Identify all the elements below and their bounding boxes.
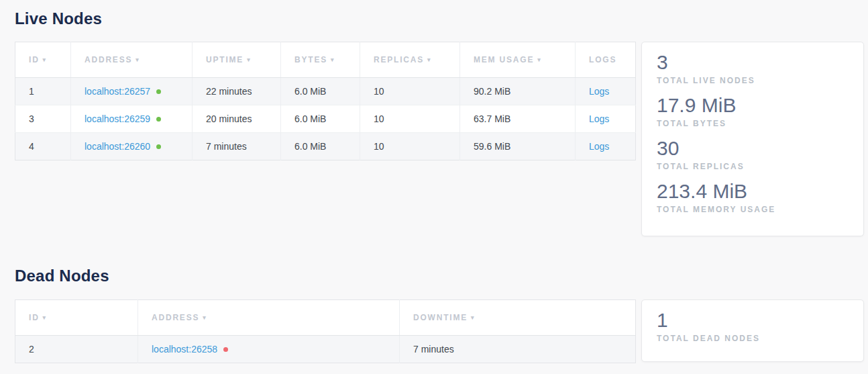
total-live-nodes-value: 3 — [657, 50, 849, 75]
node-address-cell: localhost:26257 — [71, 78, 193, 105]
logs-cell: Logs — [576, 133, 636, 160]
sort-arrow-icon: ▾ — [43, 56, 47, 63]
total-live-nodes-label: TOTAL LIVE NODES — [657, 76, 849, 85]
live-node-row: 3 localhost:26259 20 minutes 6.0 MiB 10 … — [15, 105, 636, 133]
dead-nodes-summary-card: 1 TOTAL DEAD NODES — [641, 299, 864, 362]
logs-link[interactable]: Logs — [589, 113, 609, 124]
node-id-cell: 4 — [15, 133, 71, 160]
column-header-logs: LOGS — [576, 42, 636, 78]
node-id-cell: 3 — [15, 105, 71, 133]
column-header-label: ADDRESS — [85, 55, 132, 64]
live-node-row: 1 localhost:26257 22 minutes 6.0 MiB 10 … — [15, 78, 636, 105]
total-dead-nodes-label: TOTAL DEAD NODES — [657, 334, 849, 343]
dead-node-row: 2 localhost:26258 7 minutes — [15, 336, 636, 363]
sort-arrow-icon: ▾ — [331, 56, 335, 63]
node-address-link[interactable]: localhost:26257 — [85, 86, 150, 97]
column-header-replicas[interactable]: REPLICAS▾ — [360, 42, 460, 78]
live-nodes-title: Live Nodes — [15, 9, 868, 28]
column-header-address[interactable]: ADDRESS▾ — [71, 42, 193, 78]
replicas-cell: 10 — [360, 105, 460, 133]
column-header-label: DOWNTIME — [413, 313, 468, 322]
dead-status-dot-icon — [223, 347, 228, 352]
bytes-cell: 6.0 MiB — [281, 133, 360, 160]
node-address-link[interactable]: localhost:26258 — [152, 344, 217, 355]
dead-nodes-table: ID▾ ADDRESS▾ DOWNTIME▾ 2 localhost:26258… — [15, 299, 636, 363]
replicas-cell: 10 — [360, 133, 460, 160]
total-bytes-value: 17.9 MiB — [657, 93, 849, 118]
column-header-id[interactable]: ID▾ — [15, 42, 71, 78]
sort-arrow-icon: ▾ — [247, 56, 251, 63]
node-address-cell: localhost:26259 — [71, 105, 193, 133]
total-replicas-label: TOTAL REPLICAS — [657, 162, 849, 171]
dead-table-header-row: ID▾ ADDRESS▾ DOWNTIME▾ — [15, 300, 636, 336]
mem-usage-cell: 90.2 MiB — [460, 78, 576, 105]
live-status-dot-icon — [156, 117, 161, 122]
dead-nodes-section: ID▾ ADDRESS▾ DOWNTIME▾ 2 localhost:26258… — [15, 299, 868, 363]
logs-link[interactable]: Logs — [589, 86, 609, 97]
dead-nodes-title: Dead Nodes — [15, 267, 868, 285]
node-address-cell: localhost:26260 — [71, 133, 193, 160]
node-address-cell: localhost:26258 — [138, 336, 400, 363]
total-memory-usage-value: 213.4 MiB — [657, 179, 849, 203]
column-header-label: ID — [29, 313, 40, 322]
live-nodes-section: ID▾ ADDRESS▾ UPTIME▾ BYTES▾ REPLICAS▾ ME… — [15, 42, 868, 236]
column-header-label: UPTIME — [206, 55, 243, 64]
live-nodes-table: ID▾ ADDRESS▾ UPTIME▾ BYTES▾ REPLICAS▾ ME… — [15, 42, 636, 160]
column-header-address[interactable]: ADDRESS▾ — [138, 300, 400, 336]
column-header-bytes[interactable]: BYTES▾ — [281, 42, 360, 78]
bytes-cell: 6.0 MiB — [281, 105, 360, 133]
sort-arrow-icon: ▾ — [135, 56, 140, 63]
total-memory-usage-label: TOTAL MEMORY USAGE — [657, 205, 849, 214]
node-id-cell: 1 — [15, 78, 71, 105]
column-header-label: ADDRESS — [152, 313, 199, 322]
column-header-downtime[interactable]: DOWNTIME▾ — [400, 300, 636, 336]
downtime-cell: 7 minutes — [400, 336, 636, 363]
node-address-link[interactable]: localhost:26259 — [85, 113, 150, 124]
column-header-label: ID — [29, 55, 40, 64]
nodes-overview-page: Live Nodes ID▾ ADDRESS▾ UPTIME▾ BYTES▾ R… — [0, 0, 868, 363]
mem-usage-cell: 63.7 MiB — [460, 105, 576, 133]
column-header-id[interactable]: ID▾ — [15, 300, 138, 336]
uptime-cell: 7 minutes — [193, 133, 281, 160]
total-dead-nodes-value: 1 — [657, 308, 849, 332]
live-status-dot-icon — [156, 89, 161, 94]
logs-cell: Logs — [576, 105, 636, 133]
logs-cell: Logs — [576, 78, 636, 105]
column-header-label: MEM USAGE — [474, 55, 534, 64]
bytes-cell: 6.0 MiB — [281, 78, 360, 105]
uptime-cell: 20 minutes — [193, 105, 281, 133]
column-header-label: LOGS — [589, 55, 616, 64]
sort-arrow-icon: ▾ — [203, 314, 207, 321]
column-header-uptime[interactable]: UPTIME▾ — [193, 42, 281, 78]
total-bytes-label: TOTAL BYTES — [657, 119, 849, 128]
column-header-mem-usage[interactable]: MEM USAGE▾ — [460, 42, 576, 78]
replicas-cell: 10 — [360, 78, 460, 105]
uptime-cell: 22 minutes — [193, 78, 281, 105]
live-table-header-row: ID▾ ADDRESS▾ UPTIME▾ BYTES▾ REPLICAS▾ ME… — [15, 42, 636, 78]
total-replicas-value: 30 — [657, 136, 849, 160]
mem-usage-cell: 59.6 MiB — [460, 133, 576, 160]
logs-link[interactable]: Logs — [589, 141, 609, 152]
node-address-link[interactable]: localhost:26260 — [85, 141, 150, 152]
sort-arrow-icon: ▾ — [471, 314, 475, 321]
node-id-cell: 2 — [15, 336, 138, 363]
live-status-dot-icon — [156, 144, 161, 149]
column-header-label: REPLICAS — [374, 55, 424, 64]
sort-arrow-icon: ▾ — [427, 56, 431, 63]
sort-arrow-icon: ▾ — [537, 56, 541, 63]
column-header-label: BYTES — [294, 55, 327, 64]
live-nodes-summary-card: 3 TOTAL LIVE NODES 17.9 MiB TOTAL BYTES … — [641, 42, 864, 236]
live-node-row: 4 localhost:26260 7 minutes 6.0 MiB 10 5… — [15, 133, 636, 160]
sort-arrow-icon: ▾ — [43, 314, 47, 321]
